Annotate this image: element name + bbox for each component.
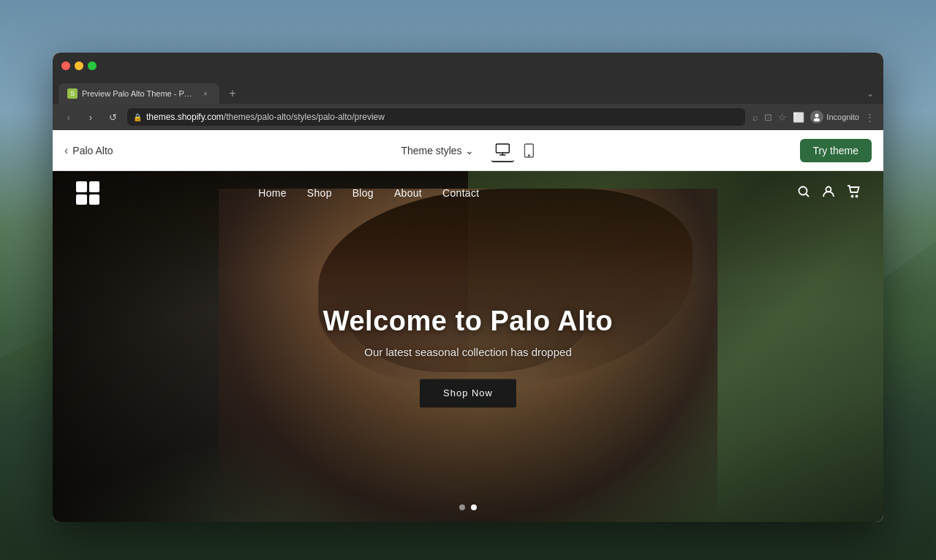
back-button[interactable]: ‹ — [61, 110, 76, 124]
url-bar-actions: ⌕ ⊡ ☆ ⬜ Incognito ⋮ — [752, 110, 875, 124]
cast-icon[interactable]: ⊡ — [764, 112, 772, 123]
site-logo[interactable] — [76, 181, 99, 205]
nav-item-about[interactable]: About — [394, 186, 422, 200]
close-traffic-light[interactable] — [61, 61, 70, 70]
logo-square-4 — [89, 194, 100, 205]
hero-section: Home Shop Blog About Contact — [53, 171, 883, 522]
device-toggle — [491, 139, 541, 162]
fullscreen-traffic-light[interactable] — [88, 61, 97, 70]
svg-point-6 — [529, 154, 530, 156]
logo-square-1 — [76, 181, 87, 192]
svg-point-0 — [815, 114, 819, 118]
device-frame-icon[interactable]: ⬜ — [793, 112, 804, 123]
dropdown-arrow-icon: ⌄ — [465, 145, 474, 156]
carousel-dot-1[interactable] — [459, 504, 465, 510]
site-search-icon[interactable] — [797, 185, 810, 202]
hero-subtitle: Our latest seasonal collection has dropp… — [53, 346, 883, 358]
tab-favicon: S — [67, 88, 78, 99]
logo-square-3 — [76, 194, 87, 205]
try-theme-button[interactable]: Try theme — [800, 139, 872, 162]
browser-chrome — [53, 53, 883, 78]
url-bar: ‹ › ↺ 🔒 themes.shopify.com/themes/palo-a… — [53, 104, 883, 130]
site-nav-actions — [797, 185, 860, 202]
tab-bar-right: ⌄ — [863, 83, 878, 104]
logo-square-2 — [89, 181, 100, 192]
hero-content: Welcome to Palo Alto Our latest seasonal… — [53, 306, 883, 407]
lock-icon: 🔒 — [133, 113, 142, 121]
back-arrow-icon: ‹ — [64, 144, 68, 157]
carousel-dots — [459, 504, 477, 510]
tab-dropdown-button[interactable]: ⌄ — [863, 83, 878, 104]
nav-item-home[interactable]: Home — [258, 186, 287, 200]
incognito-avatar — [810, 110, 823, 124]
theme-name-label: Palo Alto — [72, 145, 113, 156]
site-cart-icon[interactable] — [847, 185, 860, 202]
search-icon[interactable]: ⌕ — [752, 112, 758, 123]
tab-close-button[interactable]: × — [200, 88, 211, 99]
active-tab[interactable]: S Preview Palo Alto Theme - Pal... × — [58, 83, 219, 104]
browser-window: S Preview Palo Alto Theme - Pal... × + ⌄… — [53, 53, 883, 522]
website-preview: Home Shop Blog About Contact — [53, 171, 883, 522]
traffic-lights — [61, 61, 97, 70]
svg-point-1 — [814, 118, 820, 122]
preview-toolbar: ‹ Palo Alto Theme styles ⌄ — [53, 130, 883, 171]
url-input[interactable]: 🔒 themes.shopify.com/themes/palo-alto/st… — [127, 108, 745, 126]
hero-cta-button[interactable]: Shop Now — [420, 379, 516, 407]
nav-links: Home Shop Blog About Contact — [258, 186, 479, 200]
carousel-dot-2[interactable] — [471, 504, 477, 510]
svg-line-8 — [806, 194, 809, 197]
mobile-view-button[interactable] — [518, 139, 541, 162]
toolbar-center: Theme styles ⌄ — [395, 139, 540, 162]
reload-button[interactable]: ↺ — [105, 110, 120, 124]
nav-item-blog[interactable]: Blog — [352, 186, 374, 200]
tab-title: Preview Palo Alto Theme - Pal... — [82, 89, 196, 98]
svg-point-10 — [851, 195, 853, 197]
svg-point-11 — [856, 195, 857, 197]
more-options-icon[interactable]: ⋮ — [865, 112, 875, 123]
desktop-view-button[interactable] — [491, 139, 515, 162]
back-to-themes-button[interactable]: ‹ Palo Alto — [64, 144, 113, 157]
minimize-traffic-light[interactable] — [75, 61, 83, 70]
url-text: themes.shopify.com/themes/palo-alto/styl… — [146, 112, 385, 122]
new-tab-button[interactable]: + — [222, 83, 243, 104]
site-navigation: Home Shop Blog About Contact — [53, 171, 883, 215]
nav-item-shop[interactable]: Shop — [307, 186, 332, 200]
forward-button[interactable]: › — [83, 110, 98, 124]
svg-point-7 — [799, 186, 807, 194]
tab-bar: S Preview Palo Alto Theme - Pal... × + ⌄ — [53, 78, 883, 104]
nav-item-contact[interactable]: Contact — [442, 186, 479, 200]
bookmark-icon[interactable]: ☆ — [778, 112, 787, 123]
svg-rect-2 — [497, 144, 510, 153]
hero-title: Welcome to Palo Alto — [53, 306, 883, 337]
incognito-badge: Incognito — [810, 110, 859, 124]
theme-styles-button[interactable]: Theme styles ⌄ — [395, 142, 479, 159]
site-account-icon[interactable] — [822, 185, 835, 202]
